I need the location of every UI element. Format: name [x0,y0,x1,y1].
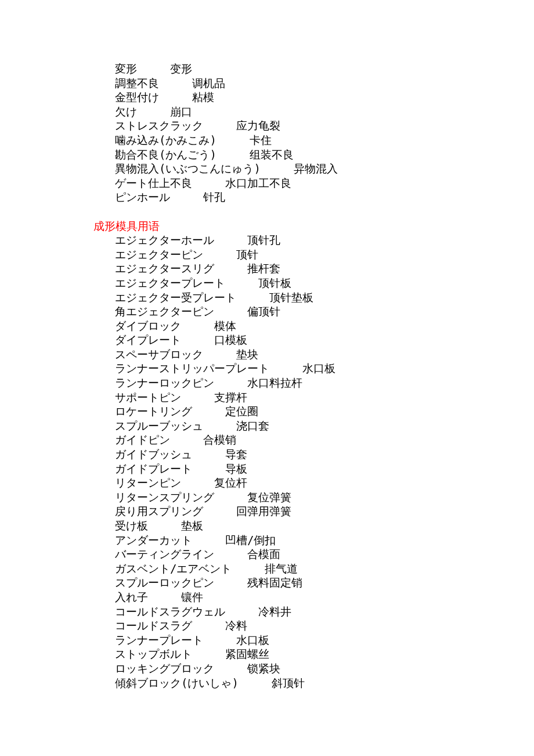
term-row: エジェクターホール 顶针孔 [0,233,534,247]
term-separator [203,419,236,432]
term-row: 受け板 垫板 [0,519,534,533]
term-separator [137,105,170,118]
term-japanese: エジェクター受プレート [115,291,236,304]
term-japanese: リターンスプリング [115,491,214,503]
term-separator [269,362,302,375]
term-japanese: 角エジェクターピン [115,305,214,318]
term-japanese: ピンホール [115,190,170,203]
term-chinese: 水口板 [302,362,335,375]
term-japanese: エジェクタープレート [115,276,225,289]
term-chinese: 复位杆 [214,476,247,489]
term-chinese: 卡住 [250,134,272,146]
term-chinese: 顶针垫板 [269,291,313,304]
section2-heading: 成形模具用语 [0,219,534,233]
term-separator [217,148,250,161]
term-japanese: 噛み込み(かみこみ) [115,134,217,146]
term-separator [225,276,258,289]
term-row: 噛み込み(かみこみ) 卡住 [0,133,534,147]
term-row: ガイドブッシュ 导套 [0,447,534,462]
term-row: ランナーストリッパープレート 水口板 [0,361,534,376]
term-chinese: 残料固定销 [247,576,302,589]
term-chinese: 模体 [214,319,236,332]
term-row: ピンホール 针孔 [0,190,534,204]
term-row: コールドスラグ 冷料 [0,618,534,633]
term-japanese: 異物混入(いぶつこんにゅう) [115,162,261,175]
term-row: エジェクタースリグ 推杆套 [0,261,534,276]
term-chinese: 顶针板 [258,276,291,289]
term-japanese: ガイドプレート [115,462,192,475]
term-group-section1: 変形 变形調整不良 调机品金型付け 粘模欠け 崩口ストレスクラック 应力龟裂噛み… [0,62,534,204]
term-japanese: ガイドピン [115,433,170,446]
term-row: スペーサブロック 垫块 [0,347,534,362]
term-row: エジェクターピン 顶针 [0,247,534,262]
term-chinese: 垫板 [181,519,203,532]
term-chinese: 垫块 [236,348,258,361]
term-row: コールドスラグウェル 冷料井 [0,604,534,619]
term-row: 戻り用スプリング 回弹用弹簧 [0,504,534,519]
term-japanese: 入れ子 [115,591,148,603]
term-row: スプルーロックピン 残料固定销 [0,575,534,590]
term-row: 傾斜ブロック(けいしゃ) 斜顶针 [0,676,534,690]
term-chinese: 水口板 [236,633,269,646]
term-separator [170,190,203,203]
term-separator [170,433,203,446]
term-chinese: 合模面 [247,548,280,560]
term-separator [214,233,247,246]
term-row: バーティングライン 合模面 [0,547,534,561]
term-japanese: コールドスラグウェル [115,605,225,618]
term-chinese: 顶针 [236,248,258,261]
term-chinese: 冷料井 [258,605,291,618]
term-chinese: 口模板 [214,333,247,346]
term-japanese: 勘合不良(かんごう) [115,148,217,161]
term-japanese: エジェクターホール [115,233,214,246]
term-row: ガイドピン 合模销 [0,433,534,447]
term-separator [261,162,294,175]
term-row: ゲート仕上不良 水口加工不良 [0,176,534,190]
term-separator [232,562,265,575]
term-separator [214,376,247,389]
term-row: スプルーブッシュ 浇口套 [0,419,534,433]
term-japanese: ランナープレート [115,633,203,646]
term-japanese: サポートピン [115,391,181,404]
term-row: サポートピン 支撑杆 [0,390,534,405]
term-row: 変形 变形 [0,62,534,76]
term-separator [181,476,214,489]
term-chinese: 回弹用弹簧 [236,505,291,517]
term-row: ロッキングブロック 锁紧块 [0,661,534,676]
term-separator [214,548,247,560]
term-japanese: ガスベント/エアベント [115,562,232,575]
term-chinese: 针孔 [203,190,225,203]
term-japanese: バーティングライン [115,548,214,560]
term-chinese: 紧固螺丝 [225,647,269,660]
term-chinese: 浇口套 [236,419,269,432]
term-separator [192,534,225,546]
term-separator [192,448,225,460]
term-separator [192,647,225,660]
term-separator [203,633,236,646]
term-group-section2: エジェクターホール 顶针孔エジェクターピン 顶针エジェクタースリグ 推杆套エジェ… [0,233,534,690]
term-japanese: 金型付け [115,91,159,103]
term-chinese: 调机品 [192,77,225,89]
document-page: 変形 变形調整不良 调机品金型付け 粘模欠け 崩口ストレスクラック 应力龟裂噛み… [0,0,534,690]
term-separator [236,291,269,304]
term-japanese: 傾斜ブロック(けいしゃ) [115,676,239,689]
term-chinese: 锁紧块 [247,662,280,675]
term-row: 入れ子 镶件 [0,590,534,604]
term-chinese: 导板 [225,462,247,475]
term-japanese: ゲート仕上不良 [115,177,192,189]
section-gap [0,204,534,219]
term-chinese: 粘模 [192,91,214,103]
term-chinese: 水口料拉杆 [247,376,302,389]
term-row: アンダーカット 凹槽/倒扣 [0,533,534,548]
term-japanese: 欠け [115,105,137,118]
term-japanese: 戻り用スプリング [115,505,203,517]
term-japanese: エジェクタースリグ [115,262,214,275]
term-separator [203,119,236,132]
term-row: 欠け 崩口 [0,105,534,119]
term-chinese: 支撑杆 [214,391,247,404]
term-row: ランナーロックピン 水口料拉杆 [0,376,534,390]
term-japanese: ランナーストリッパープレート [115,362,269,375]
term-chinese: 推杆套 [247,262,280,275]
term-separator [214,491,247,503]
term-chinese: 定位圈 [225,405,258,417]
